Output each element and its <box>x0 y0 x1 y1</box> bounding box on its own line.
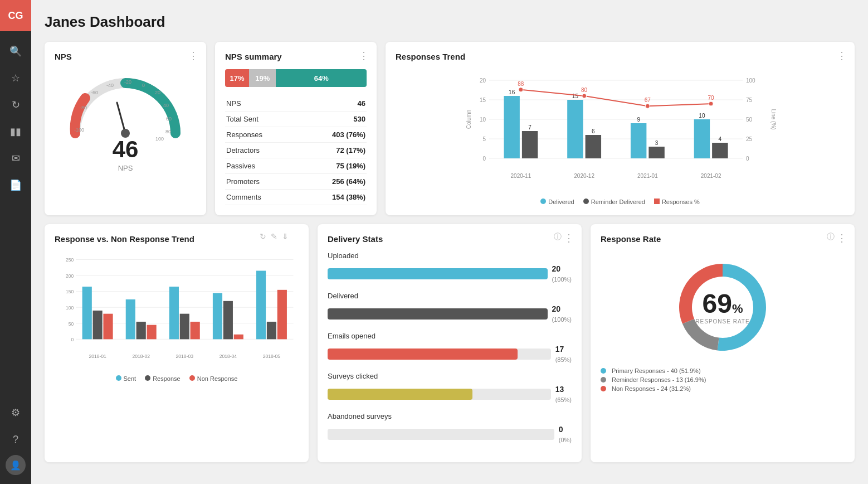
svg-rect-86 <box>256 271 266 340</box>
legend-sent: Sent <box>116 375 136 382</box>
svg-rect-70 <box>82 287 92 339</box>
svg-rect-84 <box>234 335 243 340</box>
legend-nonresponse: Non Response <box>189 375 238 382</box>
svg-text:0: 0 <box>142 83 145 88</box>
svg-text:3: 3 <box>655 140 659 146</box>
svg-text:7: 7 <box>528 124 531 130</box>
svg-text:67: 67 <box>645 97 651 103</box>
nps-table-row: Total Sent530 <box>225 112 367 127</box>
mail-icon[interactable]: ✉ <box>4 147 27 170</box>
toolbar-icons: ↻ ✎ ⇓ <box>260 232 289 241</box>
svg-rect-82 <box>213 293 222 340</box>
delivery-info-icon[interactable]: ⓘ <box>554 232 562 242</box>
delivery-row: Abandoned surveys 0 (0%) <box>328 412 572 444</box>
trend-chart: 0052510501575201001672020-111562020-1293… <box>396 69 845 192</box>
delivery-stats-card: Delivery Stats ⋮ ⓘ Uploaded 20 (100%) De… <box>318 224 582 462</box>
delivery-row: Emails opened 17 (85%) <box>328 332 572 364</box>
rate-legend-row: Reminder Responses - 13 (16.9%) <box>601 376 845 383</box>
nps-summary-menu[interactable]: ⋮ <box>359 50 369 62</box>
svg-rect-71 <box>93 311 103 339</box>
svg-text:9: 9 <box>637 117 640 123</box>
svg-text:100: 100 <box>155 136 164 142</box>
legend-reminder: Reminder Delivered <box>583 199 645 205</box>
svg-text:2020-11: 2020-11 <box>511 173 531 179</box>
sidebar-bottom: ⚙ ? 👤 <box>4 393 27 484</box>
svg-text:70: 70 <box>708 95 715 101</box>
nps-bar: 17% 19% 64% <box>225 69 367 87</box>
svg-text:2018-01: 2018-01 <box>89 354 106 359</box>
svg-rect-40 <box>648 147 664 158</box>
nps-table-row: Promoters256 (64%) <box>225 174 367 190</box>
nps-summary-card: NPS summary ⋮ 17% 19% 64% NPS46Total Sen… <box>215 42 377 215</box>
svg-text:16: 16 <box>509 89 515 95</box>
avatar[interactable]: 👤 <box>6 455 26 475</box>
passive-bar: 19% <box>249 69 276 87</box>
sidebar-nav: 🔍 ☆ ↻ ▮▮ ✉ 📄 <box>4 31 27 393</box>
response-chart: 0501001502002502018-012018-022018-032018… <box>55 251 299 369</box>
svg-point-48 <box>519 88 523 92</box>
svg-text:2018-05: 2018-05 <box>263 354 281 359</box>
svg-rect-78 <box>169 287 179 339</box>
gauge-value: 46 <box>113 136 139 163</box>
download-tool-icon[interactable]: ⇓ <box>282 232 289 241</box>
donut-center: 69% RESPONSE RATE <box>695 291 749 325</box>
star-icon[interactable]: ☆ <box>4 67 27 89</box>
main-content: Janes Dashboard NPS ⋮ -100 <box>31 0 868 484</box>
svg-rect-43 <box>694 119 710 158</box>
svg-point-54 <box>709 101 713 106</box>
svg-text:10: 10 <box>699 113 705 119</box>
refresh-tool-icon[interactable]: ↻ <box>260 232 266 241</box>
svg-text:Line (%): Line (%) <box>771 109 777 129</box>
document-icon[interactable]: 📄 <box>4 174 27 196</box>
nps-table: NPS46Total Sent530Responses403 (76%)Detr… <box>225 96 367 205</box>
nps-card-menu[interactable]: ⋮ <box>188 50 198 62</box>
svg-text:200: 200 <box>66 273 74 279</box>
delivery-row: Delivered 20 (100%) <box>328 292 572 324</box>
svg-point-50 <box>582 94 587 98</box>
legend-response: Response <box>145 375 181 382</box>
svg-text:2021-02: 2021-02 <box>701 173 721 179</box>
svg-text:-20: -20 <box>124 79 131 85</box>
svg-rect-35 <box>586 135 601 158</box>
svg-text:0: 0 <box>482 156 486 162</box>
promoter-bar: 64% <box>276 69 367 87</box>
refresh-icon[interactable]: ↻ <box>4 94 27 116</box>
svg-rect-79 <box>180 314 189 340</box>
svg-text:0: 0 <box>71 337 74 342</box>
response-rate-info-icon[interactable]: ⓘ <box>827 232 835 242</box>
help-icon[interactable]: ? <box>4 428 27 451</box>
delivery-stats-menu[interactable]: ⋮ <box>564 232 574 244</box>
search-icon[interactable]: 🔍 <box>4 40 27 62</box>
settings-icon[interactable]: ⚙ <box>4 401 27 424</box>
svg-rect-72 <box>103 314 113 340</box>
svg-text:60: 60 <box>166 116 172 122</box>
svg-text:50: 50 <box>69 321 74 327</box>
svg-rect-80 <box>191 322 200 339</box>
nps-table-row: Comments154 (38%) <box>225 190 367 205</box>
response-rate-menu[interactable]: ⋮ <box>837 232 847 244</box>
edit-tool-icon[interactable]: ✎ <box>271 232 277 241</box>
responses-trend-menu[interactable]: ⋮ <box>837 50 847 62</box>
svg-text:80: 80 <box>581 87 588 93</box>
legend-delivered: Delivered <box>540 199 574 205</box>
gauge-label: NPS <box>118 164 133 172</box>
response-legend: Sent Response Non Response <box>55 375 299 382</box>
delivery-row: Surveys clicked 13 (65%) <box>328 372 572 404</box>
svg-text:88: 88 <box>518 81 524 87</box>
bar-chart-icon[interactable]: ▮▮ <box>4 120 27 143</box>
svg-text:-100: -100 <box>74 127 84 133</box>
legend-response-pct: Responses % <box>654 199 700 205</box>
gauge-container: -100 -80 -60 -40 -20 0 20 40 60 80 100 4… <box>55 69 196 172</box>
svg-text:20: 20 <box>480 78 486 84</box>
svg-rect-28 <box>504 96 519 158</box>
rate-legend-row: Primary Responses - 40 (51.9%) <box>601 367 845 374</box>
donut-label: RESPONSE RATE <box>695 318 749 325</box>
svg-text:2018-02: 2018-02 <box>133 354 150 359</box>
svg-text:40: 40 <box>163 103 169 108</box>
svg-text:250: 250 <box>66 257 74 263</box>
svg-text:2018-03: 2018-03 <box>176 354 194 359</box>
donut-value: 69 <box>703 289 732 318</box>
svg-rect-75 <box>136 322 146 339</box>
svg-text:2021-01: 2021-01 <box>637 173 658 179</box>
svg-text:2018-04: 2018-04 <box>220 354 237 359</box>
